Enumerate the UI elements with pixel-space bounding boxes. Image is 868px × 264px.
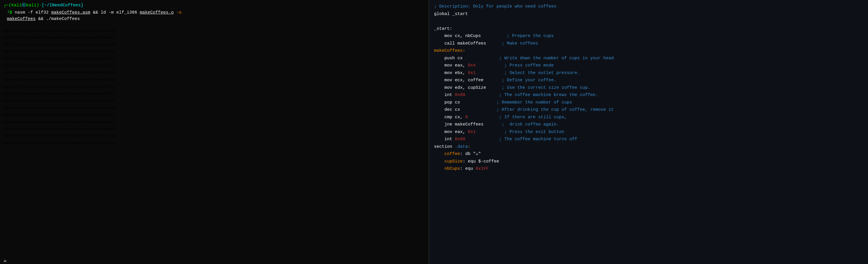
coffee-cup-emoji: ☕ xyxy=(71,139,75,146)
coffee-cup-emoji: ☕ xyxy=(18,111,21,118)
coffee-cup-emoji: ☕ xyxy=(90,27,93,34)
coffee-cup-emoji: ☕ xyxy=(84,47,87,54)
coffee-cup-emoji: ☕ xyxy=(56,55,59,62)
comment-dec: ; After drinking the cup of coffee, remo… xyxy=(460,106,614,113)
coffee-row: ☕☕☕☕☕☕☕☕☕☕☕☕☕☕☕☕☕☕☕☕☕☕☕☕☕☕☕☕☕☕☕☕☕☕☕☕ xyxy=(2,97,426,103)
coffee-cup-emoji: ☕ xyxy=(74,104,78,111)
coffee-cup-emoji: ☕ xyxy=(112,132,116,139)
coffee-cup-emoji: ☕ xyxy=(34,125,37,132)
coffee-cup-emoji: ☕ xyxy=(12,111,15,118)
coffee-cup-emoji: ☕ xyxy=(21,118,24,125)
prompt-symbol: └$ xyxy=(7,10,15,15)
code-line-coffee: coffee: db "☕" xyxy=(434,151,863,158)
zero-val: 0 xyxy=(465,113,468,121)
coffee-cup-emoji: ☕ xyxy=(46,97,50,103)
coffee-cup-emoji: ☕ xyxy=(74,90,78,97)
coffee-cup-emoji: ☕ xyxy=(56,62,59,69)
coffee-cup-emoji: ☕ xyxy=(46,62,50,69)
coffee-cup-emoji: ☕ xyxy=(84,27,87,34)
coffee-cup-emoji: ☕ xyxy=(56,27,59,34)
coffee-var: coffee xyxy=(434,151,460,158)
coffee-cup-emoji: ☕ xyxy=(62,111,65,118)
coffee-cup-emoji: ☕ xyxy=(93,139,96,146)
coffee-cup-emoji: ☕ xyxy=(71,62,75,69)
hex-0x80a: 0x80 xyxy=(455,91,465,99)
coffee-cup-emoji: ☕ xyxy=(53,132,56,139)
prompt-at: Ⓚ xyxy=(22,2,26,9)
coffee-cup-emoji: ☕ xyxy=(74,34,78,40)
coffee-cup-emoji: ☕ xyxy=(40,47,43,54)
coffee-cup-emoji: ☕ xyxy=(78,40,81,47)
coffee-cup-emoji: ☕ xyxy=(84,139,87,146)
comment-cmp: ; If there are still cups, xyxy=(468,113,567,121)
coffee-cup-emoji: ☕ xyxy=(24,76,28,83)
coffee-cup-emoji: ☕ xyxy=(59,55,62,62)
coffee-cup-emoji: ☕ xyxy=(9,97,12,103)
coffee-cup-emoji: ☕ xyxy=(109,132,112,139)
code-line-blank xyxy=(434,18,863,25)
coffee-cup-emoji: ☕ xyxy=(90,104,93,111)
coffee-cup-emoji: ☕ xyxy=(59,111,62,118)
coffee-cup-emoji: ☕ xyxy=(65,118,68,125)
coffee-row: ☕☕☕☕☕☕☕☕☕☕☕☕☕☕☕☕☕☕☕☕☕☕☕☕☕☕☕☕☕☕☕☕☕☕☕☕ xyxy=(2,47,426,54)
coffee-cup-emoji: ☕ xyxy=(18,125,21,132)
coffee-cup-emoji: ☕ xyxy=(87,76,90,83)
coffee-cup-emoji: ☕ xyxy=(56,132,59,139)
coffee-cup-emoji: ☕ xyxy=(59,125,62,132)
coffee-cup-emoji: ☕ xyxy=(99,118,103,125)
coffee-cup-emoji: ☕ xyxy=(24,132,28,139)
coffee-cup-emoji: ☕ xyxy=(34,76,37,83)
coffee-cup-emoji: ☕ xyxy=(74,111,78,118)
coffee-cup-emoji: ☕ xyxy=(5,34,9,40)
coffee-cup-emoji: ☕ xyxy=(12,40,15,47)
coffee-cup-emoji: ☕ xyxy=(74,76,78,83)
coffee-cup-emoji: ☕ xyxy=(21,139,24,146)
coffee-cup-emoji: ☕ xyxy=(99,125,103,132)
coffee-cup-emoji: ☕ xyxy=(109,76,112,83)
coffee-cup-emoji: ☕ xyxy=(40,55,43,62)
coffee-cup-emoji: ☕ xyxy=(93,55,96,62)
coffee-cup-emoji: ☕ xyxy=(71,90,75,97)
coffee-cup-emoji: ☕ xyxy=(87,83,90,90)
coffee-cup-emoji: ☕ xyxy=(50,90,53,97)
coffee-cup-emoji: ☕ xyxy=(24,40,28,47)
coffee-cup-emoji: ☕ xyxy=(112,111,116,118)
coffee-cup-emoji: ☕ xyxy=(31,104,34,111)
code-line-nbcups: nbCups: equ 0x1FF xyxy=(434,165,863,173)
coffee-cup-emoji: ☕ xyxy=(56,125,59,132)
coffee-cup-emoji: ☕ xyxy=(34,139,37,146)
coffee-cup-emoji: ☕ xyxy=(31,47,34,54)
coffee-cup-emoji: ☕ xyxy=(21,62,24,69)
coffee-cup-emoji: ☕ xyxy=(53,125,56,132)
coffee-cup-emoji: ☕ xyxy=(24,104,28,111)
pop-instr: pop cx xyxy=(434,99,460,106)
coffee-cup-emoji: ☕ xyxy=(68,55,71,62)
coffee-cup-emoji: ☕ xyxy=(103,69,106,75)
coffee-cup-emoji: ☕ xyxy=(109,97,112,103)
coffee-cup-emoji: ☕ xyxy=(78,118,81,125)
coffee-cup-emoji: ☕ xyxy=(46,139,50,146)
coffee-cup-emoji: ☕ xyxy=(65,111,68,118)
coffee-cup-emoji: ☕ xyxy=(43,69,46,75)
coffee-cup-emoji: ☕ xyxy=(12,62,15,69)
code-line-makecoffees-label: makeCoffees: xyxy=(434,47,863,55)
coffee-cup-emoji: ☕ xyxy=(59,90,62,97)
coffee-cup-emoji: ☕ xyxy=(74,132,78,139)
coffee-cup-emoji: ☕ xyxy=(112,34,116,40)
coffee-cup-emoji: ☕ xyxy=(106,97,109,103)
code-line-start-label: _start: xyxy=(434,25,863,33)
indent1: mov cx, nbCups xyxy=(434,32,481,40)
coffee-cup-emoji: ☕ xyxy=(96,34,99,40)
coffee-cup-emoji: ☕ xyxy=(34,83,37,90)
coffee-cup-emoji: ☕ xyxy=(62,40,65,47)
coffee-cup-emoji: ☕ xyxy=(9,34,12,40)
coffee-cup-emoji: ☕ xyxy=(40,118,43,125)
coffee-cup-emoji: ☕ xyxy=(68,69,71,75)
coffee-cup-emoji: ☕ xyxy=(28,125,31,132)
mov-eax2-pre: mov eax, xyxy=(434,128,468,136)
coffee-cup-emoji: ☕ xyxy=(93,27,96,34)
coffee-db: : db "☕" xyxy=(460,151,481,158)
coffee-cup-emoji: ☕ xyxy=(106,62,109,69)
coffee-cup-emoji: ☕ xyxy=(5,69,9,75)
hex-0x1b: 0x1 xyxy=(468,128,476,136)
